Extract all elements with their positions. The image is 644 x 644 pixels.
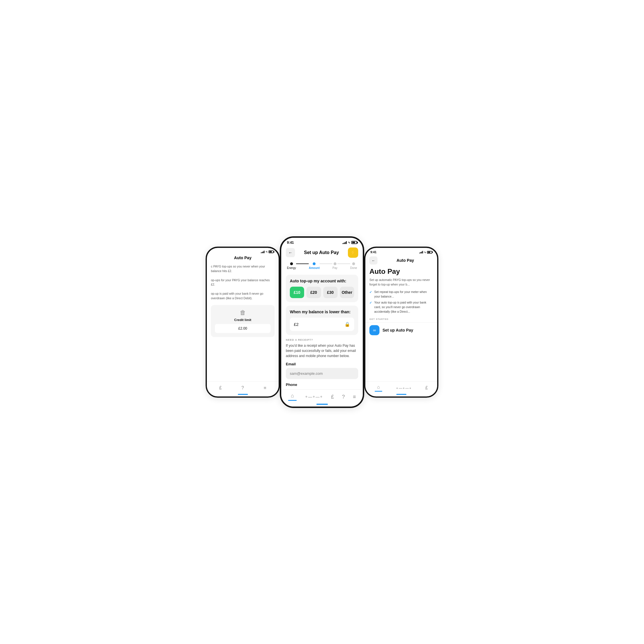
email-input[interactable] [286,368,358,379]
checkmark-1: ✓ [369,290,372,299]
phone-label: Phone [286,383,358,387]
nav-item-payment-center[interactable]: £ [328,393,337,401]
email-label: Email [286,362,358,366]
action-button-center[interactable]: ⚡ [348,247,358,258]
bullet-text-2: Your auto top-up is paid with your bank … [374,300,433,314]
receipt-desc: If you'd like a receipt when your Auto P… [286,343,358,358]
status-bar-center: 9:41 ∿ [281,238,363,246]
nav-item-payment-right[interactable]: £ [422,384,431,392]
stepper-label-done: Done [350,266,357,270]
right-page-title: Auto Pay [365,267,437,276]
nav-item-payment-left[interactable]: £ [216,384,225,392]
back-button-center[interactable]: ← [286,248,295,257]
status-bar-left: ∿ [207,248,279,254]
stepper-pay: Pay [332,262,337,270]
scene: ∿ Auto Pay c PAYG top-ups so you never w… [171,171,474,474]
status-time-right: 9:41 [370,250,377,254]
stepper-dot-pay [334,262,336,265]
right-description: Set up automatic PAYG top-ups so you nev… [365,278,437,287]
balance-display: £2 🔒 [290,318,354,331]
stepper-dot-done [352,262,355,265]
nodes-icon-right: ⚬—⚬—⚬ [396,386,412,390]
nav-title-right: Auto Pay [397,258,414,263]
nav-item-nodes-center[interactable]: ⚬—⚬—⚬ [301,393,326,400]
stepper-dot-energy [290,262,293,265]
stepper-dot-amount [313,262,316,265]
stepper-amount: Amount [309,262,320,270]
nav-header-left: Auto Pay [207,254,279,261]
nav-item-help-center[interactable]: ? [338,393,348,401]
nav-item-home-center[interactable]: ⌂ [285,392,300,402]
amount-btn-other[interactable]: Other [340,287,354,298]
bottom-indicator-right [396,394,406,395]
divider-right [365,322,437,322]
nav-title-center: Set up Auto Pay [304,250,339,255]
balance-card: When my balance is lower than: £2 🔒 [286,306,358,335]
credit-limit-label: Credit limit [234,318,251,322]
amount-card: Auto top-up my account with: £10 £20 £30… [286,275,358,302]
page-title-left: Auto Pay [234,255,251,260]
bullet-1: ✓ Set repeat top-ups for your meter when… [369,290,433,299]
receipt-label: NEED A RECEIPT? [286,338,358,341]
desc-line3-left: op-up is paid with your bank ll never go… [211,291,275,300]
battery-icon-center [351,241,357,244]
nodes-icon-center: ⚬—⚬—⚬ [305,395,323,399]
center-phone: 9:41 ∿ ← Set up Auto Pay [280,236,364,408]
lightning-icon: ⚡ [350,250,356,255]
desc-line1-left: c PAYG top-ups so you never when your ba… [211,264,275,273]
stepper-label-pay: Pay [332,266,337,270]
nav-item-nodes-right[interactable]: ⚬—⚬—⚬ [393,385,415,391]
payment-icon-left: £ [219,385,222,390]
payment-icon-right: £ [425,385,428,390]
wifi-icon-center: ∿ [348,241,350,244]
credit-limit-card: 🗑 Credit limit £2.00 [211,305,275,337]
right-bullets: ✓ Set repeat top-ups for your meter when… [365,290,437,314]
nav-item-help-left[interactable]: ? [238,384,247,392]
back-button-right[interactable]: ← [369,256,377,264]
stepper-line-1 [296,263,309,264]
setup-btn-label: Set up Auto Pay [383,328,413,332]
bullet-2: ✓ Your auto top-up is paid with your ban… [369,300,433,314]
stepper-label-amount: Amount [309,266,320,270]
receipt-section: NEED A RECEIPT? If you'd like a receipt … [286,338,358,391]
amount-btn-30[interactable]: £30 [323,287,338,298]
status-time-center: 9:41 [287,241,294,245]
wifi-icon-left: ∿ [265,250,267,253]
signal-icon-left [261,250,264,253]
wifi-icon-right: ∿ [424,251,426,253]
left-content: c PAYG top-ups so you never when your ba… [207,261,279,339]
battery-icon-left [269,250,274,253]
lock-icon: 🔒 [344,322,350,327]
setup-autopay-btn[interactable]: ∞ Set up Auto Pay [365,325,437,335]
home-icon-center: ⌂ [291,393,294,399]
nav-item-menu-left[interactable]: ≡ [261,384,269,392]
trash-icon: 🗑 [240,309,246,316]
nav-item-menu-center[interactable]: ≡ [349,393,359,401]
stepper-line-2 [320,263,332,264]
credit-limit-value: £2.00 [215,324,270,333]
status-bar-right: 9:41 ∿ [365,248,437,255]
bottom-indicator-center [316,404,328,405]
setup-btn-icon: ∞ [369,325,379,335]
bullet-text-1: Set repeat top-ups for your meter when y… [374,290,433,299]
nav-item-home-right[interactable]: ⌂ [372,383,385,393]
amount-grid: £10 £20 £30 Other [290,287,354,298]
payment-icon-center: £ [331,394,334,400]
stepper-label-energy: Energy [287,266,296,270]
bottom-indicator-left [238,394,248,395]
nav-header-center: ← Set up Auto Pay ⚡ [281,246,363,259]
amount-btn-20[interactable]: £20 [306,287,321,298]
amount-card-title: Auto top-up my account with: [290,279,354,283]
get-started-label: GET STARTED [365,318,437,320]
stepper: Energy Amount Pay Done [281,259,363,272]
right-phone: 9:41 ∿ ← Auto Pay [364,247,439,398]
back-arrow-center: ← [288,250,292,255]
battery-icon-right [427,251,432,253]
checkmark-2: ✓ [369,300,372,314]
menu-icon-center: ≡ [353,394,356,400]
back-arrow-right: ← [372,258,375,262]
menu-icon-left: ≡ [263,385,266,390]
nav-header-right: ← Auto Pay [365,255,437,266]
stepper-done: Done [350,262,357,270]
amount-btn-10[interactable]: £10 [290,287,304,298]
